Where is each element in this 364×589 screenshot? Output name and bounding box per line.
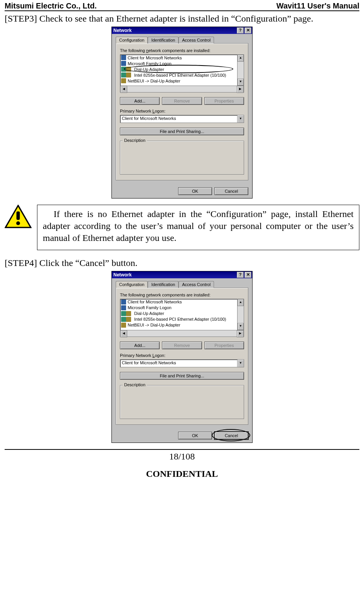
nic-icon	[126, 317, 131, 322]
list-item[interactable]: Intel 8255x-based PCI Ethernet Adapter (…	[120, 72, 237, 78]
file-print-sharing-button[interactable]: File and Print Sharing...	[120, 128, 244, 135]
step4-para: [STEP4] Click the “Cancel” button.	[5, 257, 359, 269]
primary-logon-combo[interactable]: Client for Microsoft Networks ▼	[120, 359, 244, 367]
adapter-icon	[121, 311, 126, 316]
list-item[interactable]: Microsoft Family Logon	[120, 61, 237, 66]
step3-para: [STEP3] Check to see that an Ethernet ad…	[5, 13, 359, 24]
list-item[interactable]: NetBEUI -> Dial-Up Adapter	[120, 322, 237, 328]
primary-logon-value: Client for Microsoft Networks	[120, 115, 237, 123]
svg-point-2	[16, 221, 20, 225]
nic-icon	[126, 72, 131, 77]
adapter-icon	[121, 67, 126, 72]
list-scrollbar[interactable]: ▲ ▼	[237, 299, 244, 330]
dialog-titlebar[interactable]: Network ? ✕	[112, 271, 252, 278]
list-scrollbar[interactable]: ▲ ▼	[237, 55, 244, 86]
warning-icon	[5, 205, 32, 228]
scroll-right-icon[interactable]: ▶	[237, 330, 244, 337]
description-label: Description	[123, 382, 147, 387]
components-listbox[interactable]: Client for Microsoft Networks Microsoft …	[120, 299, 244, 330]
scroll-up-icon[interactable]: ▲	[238, 299, 244, 306]
remove-button[interactable]: Remove	[162, 342, 202, 349]
list-hscroll[interactable]: ◀ ▶	[120, 330, 244, 337]
list-item[interactable]: Client for Microsoft Networks	[120, 299, 237, 305]
add-button[interactable]: Add...	[120, 342, 160, 349]
components-label: The following network components are ins…	[120, 48, 244, 53]
add-button[interactable]: Add...	[120, 97, 160, 105]
dialog-title: Network	[113, 272, 131, 278]
tab-configuration[interactable]: Configuration	[116, 281, 148, 288]
logon-label: Primary Network Logon:	[120, 353, 244, 358]
ok-button[interactable]: OK	[178, 432, 212, 439]
note-text: If there is no Ethernet adapter in the “…	[43, 208, 354, 244]
page-number: 18/108	[5, 451, 359, 462]
list-item[interactable]: Dial-Up Adapter	[120, 311, 237, 316]
scroll-down-icon[interactable]: ▼	[238, 323, 244, 330]
components-label: The following network components are ins…	[120, 293, 244, 297]
tab-identification[interactable]: Identification	[148, 281, 179, 288]
description-label: Description	[123, 138, 147, 143]
close-button-icon[interactable]: ✕	[244, 27, 251, 34]
header-right: Wavit11 User's Manual	[276, 2, 359, 10]
client-icon	[121, 305, 126, 310]
close-button-icon[interactable]: ✕	[244, 272, 251, 278]
help-button-icon[interactable]: ?	[237, 272, 244, 278]
dialup-icon	[126, 67, 131, 72]
cancel-button[interactable]: Cancel	[214, 187, 248, 195]
network-dialog-2: Network ? ✕ Configuration Identification…	[111, 271, 253, 443]
network-dialog-1: Network ? ✕ Configuration Identification…	[111, 27, 253, 199]
dialup-icon	[126, 311, 131, 316]
client-icon	[121, 55, 126, 60]
scroll-right-icon[interactable]: ▶	[237, 86, 244, 93]
adapter-icon	[121, 317, 126, 322]
properties-button[interactable]: Properties	[204, 97, 244, 105]
note-box: If there is no Ethernet adapter in the “…	[37, 205, 359, 250]
primary-logon-value: Client for Microsoft Networks	[120, 360, 237, 367]
ok-button[interactable]: OK	[178, 187, 212, 195]
tab-access-control[interactable]: Access Control	[179, 37, 214, 44]
dialog-title: Network	[113, 28, 131, 33]
dialog-titlebar[interactable]: Network ? ✕	[112, 27, 252, 34]
list-item[interactable]: Intel 8255x-based PCI Ethernet Adapter (…	[120, 316, 237, 322]
list-item[interactable]: NetBEUI -> Dial-Up Adapter	[120, 78, 237, 84]
scroll-down-icon[interactable]: ▼	[238, 79, 244, 86]
scroll-up-icon[interactable]: ▲	[238, 55, 244, 62]
logon-label: Primary Network Logon:	[120, 109, 244, 113]
chevron-down-icon[interactable]: ▼	[237, 360, 244, 367]
file-print-sharing-button[interactable]: File and Print Sharing...	[120, 372, 244, 380]
client-icon	[121, 61, 126, 66]
components-listbox[interactable]: Client for Microsoft Networks Microsoft …	[120, 54, 244, 86]
scroll-left-icon[interactable]: ◀	[120, 330, 127, 337]
help-button-icon[interactable]: ?	[237, 27, 244, 34]
scroll-left-icon[interactable]: ◀	[120, 86, 127, 93]
confidential-label: CONFIDENTIAL	[5, 469, 359, 479]
list-hscroll[interactable]: ◀ ▶	[120, 86, 244, 93]
protocol-icon	[121, 78, 126, 83]
header-left: Mitsumi Electric Co., Ltd.	[5, 2, 97, 10]
client-icon	[121, 300, 126, 305]
list-item[interactable]: Microsoft Family Logon	[120, 305, 237, 311]
properties-button[interactable]: Properties	[204, 342, 244, 349]
protocol-icon	[121, 323, 126, 328]
list-item[interactable]: Dial-Up Adapter	[120, 66, 237, 72]
remove-button[interactable]: Remove	[162, 97, 202, 105]
list-item[interactable]: Client for Microsoft Networks	[120, 55, 237, 61]
description-group: Description	[120, 385, 244, 419]
chevron-down-icon[interactable]: ▼	[237, 115, 244, 123]
cancel-button[interactable]: Cancel	[214, 432, 248, 439]
tab-access-control[interactable]: Access Control	[179, 281, 214, 288]
adapter-icon	[121, 72, 126, 77]
description-group: Description	[120, 141, 244, 175]
primary-logon-combo[interactable]: Client for Microsoft Networks ▼	[120, 115, 244, 123]
svg-rect-1	[17, 212, 20, 220]
tab-identification[interactable]: Identification	[148, 37, 179, 44]
tab-configuration[interactable]: Configuration	[116, 37, 148, 44]
